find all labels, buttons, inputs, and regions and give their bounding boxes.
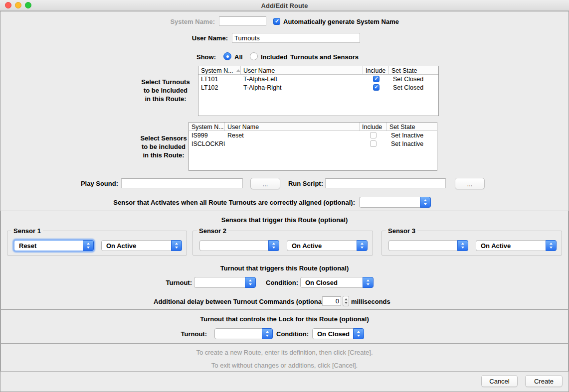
select-sensors-label: Select Sensors to be included in this Ro… bbox=[134, 134, 193, 159]
trigger-section-title: Sensors that trigger this Route (optiona… bbox=[0, 216, 569, 224]
window-title: Add/Edit Route bbox=[0, 2, 569, 9]
system-name-label: System Name: bbox=[159, 18, 215, 25]
sort-ascending-icon bbox=[236, 69, 240, 72]
play-sound-browse-button[interactable]: ... bbox=[250, 178, 280, 189]
include-checkbox[interactable] bbox=[370, 140, 377, 147]
set-state-cell[interactable]: Set Closed bbox=[389, 84, 438, 91]
trigger-condition-combo[interactable]: On Closed bbox=[300, 277, 374, 288]
delay-unit-label: milliseconds bbox=[351, 298, 390, 305]
hint-create: To create a new Route, enter its definit… bbox=[0, 349, 569, 356]
show-label: Show: bbox=[194, 53, 216, 61]
combo-arrows-icon bbox=[363, 277, 374, 288]
trigger-section-panel bbox=[0, 211, 569, 309]
select-turnouts-label: Select Turnouts to be included in this R… bbox=[136, 78, 195, 103]
user-name-label: User Name: bbox=[190, 34, 228, 42]
combo-arrows-icon bbox=[357, 240, 368, 251]
auto-generate-checkbox[interactable] bbox=[273, 18, 280, 25]
combo-arrows-icon bbox=[83, 240, 94, 251]
turnouts-col-system-name[interactable]: System N... bbox=[198, 66, 241, 74]
include-checkbox[interactable] bbox=[373, 76, 379, 82]
trigger-turnout-combo[interactable] bbox=[194, 277, 256, 288]
trigger-turnout-label: Turnout: bbox=[161, 279, 192, 286]
create-button[interactable]: Create bbox=[525, 375, 563, 387]
table-row[interactable]: LT101 T-Alpha-Left Set Closed bbox=[198, 75, 438, 83]
hint-cancel: To exit without changes or additions, cl… bbox=[0, 362, 569, 369]
sensor-2-legend: Sensor 2 bbox=[197, 227, 228, 235]
lock-condition-combo[interactable]: On Closed bbox=[312, 328, 364, 339]
sensors-table-header: System N... User Name Include Set State bbox=[189, 123, 437, 131]
add-edit-route-window: { "window": { "title": "Add/Edit Route" … bbox=[0, 0, 569, 392]
turnouts-col-user-name[interactable]: User Name bbox=[241, 66, 363, 74]
sensors-col-include[interactable]: Include bbox=[360, 123, 387, 131]
run-script-browse-button[interactable]: ... bbox=[455, 178, 485, 189]
turnouts-table[interactable]: System N... User Name Include Set State … bbox=[198, 66, 439, 116]
lock-turnout-combo[interactable] bbox=[214, 328, 273, 339]
delay-stepper[interactable] bbox=[343, 296, 349, 306]
system-name-input[interactable] bbox=[219, 16, 266, 26]
set-state-cell[interactable]: Set Closed bbox=[389, 76, 438, 83]
user-name-input[interactable] bbox=[232, 33, 360, 43]
sensor-2-combo[interactable] bbox=[199, 240, 279, 251]
auto-generate-label: Automatically generate System Name bbox=[283, 18, 399, 25]
turnouts-col-set-state[interactable]: Set State bbox=[389, 66, 438, 74]
combo-arrows-icon bbox=[420, 197, 431, 208]
combo-arrows-icon bbox=[268, 240, 279, 251]
turnouts-col-include[interactable]: Include bbox=[363, 66, 389, 74]
run-script-input[interactable] bbox=[325, 178, 446, 188]
show-all-radio[interactable] bbox=[223, 52, 231, 60]
sensors-col-system-name[interactable]: System N... bbox=[189, 123, 225, 131]
title-bar: Add/Edit Route bbox=[0, 0, 569, 11]
trigger-condition-label: Condition: bbox=[261, 279, 298, 286]
show-all-label: All bbox=[234, 53, 243, 61]
play-sound-label: Play Sound: bbox=[73, 180, 118, 187]
aligned-sensor-label: Sensor that Activates when all Route Tur… bbox=[100, 199, 355, 206]
sensors-table[interactable]: System N... User Name Include Set State … bbox=[189, 122, 437, 171]
turnouts-table-header: System N... User Name Include Set State bbox=[198, 66, 438, 75]
lock-section-title: Turnout that controls the Lock for this … bbox=[0, 315, 569, 323]
combo-arrows-icon bbox=[546, 240, 557, 251]
delay-label: Additional delay between Turnout Command… bbox=[154, 298, 318, 305]
sensor-1-condition-combo[interactable]: On Active bbox=[101, 240, 182, 251]
table-row[interactable]: ISCLOCKRU... Set Inactive bbox=[189, 139, 437, 148]
sensor-1-combo[interactable]: Reset bbox=[14, 240, 94, 251]
lock-turnout-label: Turnout: bbox=[176, 330, 207, 338]
set-state-cell[interactable]: Set Inactive bbox=[387, 140, 437, 147]
sensor-3-legend: Sensor 3 bbox=[386, 227, 417, 235]
combo-arrows-icon bbox=[457, 240, 468, 251]
show-included-radio[interactable] bbox=[250, 52, 258, 60]
turnout-trigger-title: Turnout that triggers this Route (option… bbox=[0, 264, 569, 272]
play-sound-input[interactable] bbox=[121, 178, 243, 188]
show-suffix-label: Turnouts and Sensors bbox=[290, 53, 359, 61]
sensor-3-combo[interactable] bbox=[388, 240, 468, 251]
combo-arrows-icon bbox=[353, 328, 364, 339]
cancel-button[interactable]: Cancel bbox=[481, 375, 518, 387]
sensor-3-condition-combo[interactable]: On Active bbox=[476, 240, 557, 251]
include-checkbox[interactable] bbox=[373, 84, 379, 91]
run-script-label: Run Script: bbox=[279, 180, 323, 187]
table-row[interactable]: LT102 T-Alpha-Right Set Closed bbox=[198, 83, 438, 92]
include-checkbox[interactable] bbox=[370, 132, 377, 138]
lock-section-panel bbox=[0, 309, 569, 344]
aligned-sensor-combo[interactable] bbox=[359, 197, 431, 208]
combo-arrows-icon bbox=[245, 277, 256, 288]
sensors-col-user-name[interactable]: User Name bbox=[225, 123, 360, 131]
delay-input[interactable] bbox=[322, 296, 341, 306]
sensors-col-set-state[interactable]: Set State bbox=[387, 123, 437, 131]
set-state-cell[interactable]: Set Inactive bbox=[387, 132, 437, 139]
lock-condition-label: Condition: bbox=[271, 330, 309, 338]
sensor-1-legend: Sensor 1 bbox=[11, 227, 43, 235]
table-row[interactable]: IS999 Reset Set Inactive bbox=[189, 131, 437, 139]
combo-arrows-icon bbox=[171, 240, 182, 251]
sensor-2-condition-combo[interactable]: On Active bbox=[287, 240, 368, 251]
show-included-label: Included bbox=[261, 53, 287, 61]
